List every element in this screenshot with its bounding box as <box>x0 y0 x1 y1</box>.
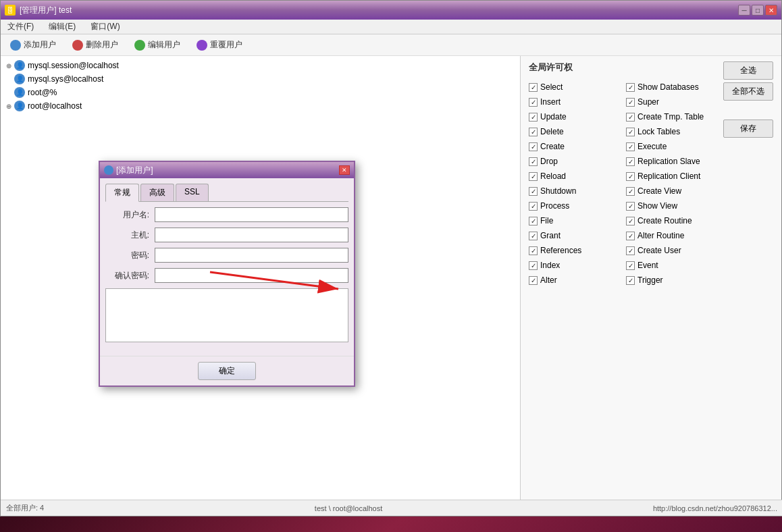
perm-checkbox-8[interactable] <box>529 142 538 151</box>
perm-item-13[interactable]: Replication Client <box>626 169 716 183</box>
user-icon-0: 👤 <box>14 60 25 71</box>
perm-checkbox-5[interactable] <box>626 113 635 122</box>
perm-item-1[interactable]: Show Databases <box>626 80 716 94</box>
duplicate-user-button[interactable]: 重覆用户 <box>191 37 248 53</box>
permissions-title: 全局许可权 <box>529 61 716 74</box>
modal-close-button[interactable]: ✕ <box>339 165 350 175</box>
maximize-button[interactable]: □ <box>752 5 764 16</box>
perm-item-19[interactable]: Create Routine <box>626 214 716 228</box>
minimize-button[interactable]: ─ <box>738 5 750 16</box>
perm-item-7[interactable]: Lock Tables <box>626 125 716 138</box>
perm-checkbox-25[interactable] <box>626 261 635 270</box>
perm-checkbox-13[interactable] <box>626 172 635 181</box>
perm-item-22[interactable]: References <box>529 244 619 257</box>
tree-item-1[interactable]: 👤 mysql.sys@localhost <box>3 72 517 86</box>
modal-title-bar: [添加用户] ✕ <box>100 162 354 178</box>
title-bar: 🗄 [管理用户] test ─ □ ✕ <box>1 1 781 20</box>
confirm-button[interactable]: 确定 <box>198 362 256 380</box>
perm-item-3[interactable]: Super <box>626 95 716 109</box>
tab-advanced[interactable]: 高级 <box>140 184 174 201</box>
tree-item-0[interactable]: ⊕ 👤 mysql.session@localhost <box>3 59 517 72</box>
status-user-count: 全部用户: 4 <box>6 503 44 513</box>
menu-window[interactable]: 窗口(W) <box>86 20 124 34</box>
perm-item-4[interactable]: Update <box>529 110 619 124</box>
perm-checkbox-21[interactable] <box>626 232 635 240</box>
perm-checkbox-22[interactable] <box>529 246 538 255</box>
select-all-button[interactable]: 全选 <box>723 61 773 80</box>
perm-item-0[interactable]: Select <box>529 80 619 94</box>
perm-checkbox-14[interactable] <box>529 187 538 196</box>
perm-item-24[interactable]: Index <box>529 259 619 272</box>
perm-label-4: Update <box>540 112 567 122</box>
perm-checkbox-23[interactable] <box>626 246 635 255</box>
perm-checkbox-0[interactable] <box>529 83 538 92</box>
menu-file[interactable]: 文件(F) <box>3 20 38 34</box>
perm-item-12[interactable]: Reload <box>529 169 619 183</box>
perm-checkbox-3[interactable] <box>626 98 635 107</box>
modal-icon <box>104 165 113 175</box>
perm-checkbox-16[interactable] <box>529 202 538 211</box>
perm-checkbox-24[interactable] <box>529 261 538 270</box>
perm-label-11: Replication Slave <box>637 157 700 166</box>
perm-checkbox-26[interactable] <box>529 276 538 285</box>
perm-item-5[interactable]: Create Tmp. Table <box>626 110 716 124</box>
delete-user-button[interactable]: 删除用户 <box>67 37 124 53</box>
perm-item-21[interactable]: Alter Routine <box>626 229 716 242</box>
perm-item-15[interactable]: Create View <box>626 184 716 198</box>
title-bar-left: 🗄 [管理用户] test <box>5 5 72 16</box>
perm-item-25[interactable]: Event <box>626 259 716 272</box>
edit-user-icon <box>134 40 145 51</box>
confirm-password-input[interactable] <box>155 268 348 283</box>
perm-label-23: Create User <box>637 246 681 255</box>
perm-item-6[interactable]: Delete <box>529 125 619 138</box>
perm-item-16[interactable]: Process <box>529 199 619 213</box>
perm-label-9: Execute <box>637 142 667 151</box>
menu-edit[interactable]: 编辑(E) <box>45 20 80 34</box>
perm-checkbox-17[interactable] <box>626 202 635 211</box>
edit-user-button[interactable]: 编辑用户 <box>129 37 186 53</box>
perm-item-2[interactable]: Insert <box>529 95 619 109</box>
perm-item-14[interactable]: Shutdown <box>529 184 619 198</box>
perm-checkbox-19[interactable] <box>626 217 635 225</box>
toolbar: 添加用户 删除用户 编辑用户 重覆用户 <box>1 34 781 56</box>
perm-checkbox-27[interactable] <box>626 276 635 285</box>
perm-checkbox-18[interactable] <box>529 217 538 225</box>
tab-ssl[interactable]: SSL <box>176 184 209 201</box>
perm-item-23[interactable]: Create User <box>626 244 716 257</box>
tree-item-3[interactable]: ⊕ 👤 root@localhost <box>3 99 517 113</box>
perm-item-10[interactable]: Drop <box>529 155 619 168</box>
perm-checkbox-7[interactable] <box>626 128 635 136</box>
deselect-all-button[interactable]: 全部不选 <box>723 82 773 101</box>
perm-checkbox-6[interactable] <box>529 128 538 136</box>
perm-label-20: Grant <box>540 231 561 240</box>
tree-item-2[interactable]: 👤 root@% <box>3 86 517 99</box>
tab-general[interactable]: 常规 <box>105 184 139 202</box>
expand-icon-3: ⊕ <box>6 103 14 110</box>
perm-item-17[interactable]: Show View <box>626 199 716 213</box>
perm-item-18[interactable]: File <box>529 214 619 228</box>
perm-checkbox-12[interactable] <box>529 172 538 181</box>
perm-checkbox-1[interactable] <box>626 83 635 92</box>
perm-label-3: Super <box>637 97 659 107</box>
perm-item-20[interactable]: Grant <box>529 229 619 242</box>
perm-item-27[interactable]: Trigger <box>626 273 716 287</box>
perm-checkbox-11[interactable] <box>626 157 635 166</box>
username-input[interactable] <box>155 207 348 222</box>
perm-checkbox-15[interactable] <box>626 187 635 196</box>
save-button[interactable]: 保存 <box>723 119 773 138</box>
perm-item-8[interactable]: Create <box>529 140 619 153</box>
host-input[interactable] <box>155 228 348 242</box>
add-user-button[interactable]: 添加用户 <box>5 37 61 53</box>
add-user-dialog: [添加用户] ✕ 常规 高级 SSL 用户名: <box>99 161 355 387</box>
perm-item-11[interactable]: Replication Slave <box>626 155 716 168</box>
perm-label-2: Insert <box>540 97 561 107</box>
password-input[interactable] <box>155 248 348 263</box>
close-button[interactable]: ✕ <box>765 5 777 16</box>
perm-checkbox-9[interactable] <box>626 142 635 151</box>
perm-checkbox-20[interactable] <box>529 232 538 240</box>
perm-item-9[interactable]: Execute <box>626 140 716 153</box>
perm-checkbox-4[interactable] <box>529 113 538 122</box>
perm-item-26[interactable]: Alter <box>529 273 619 287</box>
perm-checkbox-10[interactable] <box>529 157 538 166</box>
perm-checkbox-2[interactable] <box>529 98 538 107</box>
